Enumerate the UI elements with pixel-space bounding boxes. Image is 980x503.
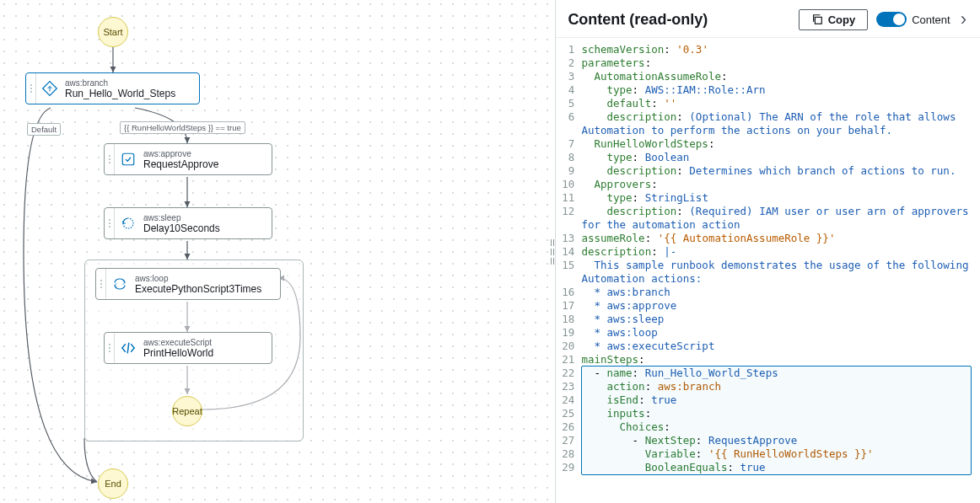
code-line: 17 * aws:approve [556, 299, 980, 313]
code-line: Automation actions: [556, 272, 980, 286]
code-line: 2parameters: [556, 56, 980, 70]
step-loop[interactable]: aws:loop ExecutePythonScript3Times [95, 268, 281, 300]
code-line: 7 RunHelloWorldSteps: [556, 137, 980, 151]
branch-icon [36, 73, 63, 104]
loop-icon [106, 269, 133, 299]
step-branch[interactable]: aws:branch Run_Hello_World_Steps [25, 72, 200, 104]
step-action-label: aws:loop [135, 274, 261, 283]
code-line: 14description: |- [556, 245, 980, 259]
code-line: 9 description: Determines which branch o… [556, 164, 980, 178]
content-toggle[interactable]: Content [876, 12, 950, 27]
code-line: 28 Variable: '{{ RunHelloWorldSteps }}' [556, 447, 980, 461]
step-action-label: aws:executeScript [143, 338, 213, 347]
collapse-panel-icon[interactable]: › [959, 8, 968, 30]
start-node[interactable]: Start [98, 17, 128, 47]
code-line: 18 * aws:sleep [556, 313, 980, 326]
code-line: 29 BooleanEquals: true [556, 461, 980, 474]
code-line: 12 description: (Required) IAM user or u… [556, 205, 980, 218]
step-action-label: aws:branch [65, 78, 175, 88]
code-line: 13assumeRole: '{{ AutomationAssumeRole }… [556, 232, 980, 245]
pane-splitter[interactable] [550, 0, 555, 503]
code-line: 10 Approvers: [556, 178, 980, 191]
code-line: 11 type: StringList [556, 191, 980, 205]
edge-label-default: Default [27, 123, 61, 136]
approve-icon [115, 144, 142, 174]
edge-label-condition: {{ RunHelloWorldSteps }} == true [120, 121, 245, 134]
code-line: 3 AutomationAssumeRole: [556, 70, 980, 83]
code-viewer[interactable]: 1schemaVersion: '0.3'2parameters:3 Autom… [556, 38, 980, 503]
splitter-handle-icon [551, 239, 554, 265]
code-line: 6 description: (Optional) The ARN of the… [556, 110, 980, 124]
step-sleep[interactable]: aws:sleep Delay10Seconds [104, 207, 272, 239]
svg-rect-6 [122, 153, 134, 165]
code-line: 24 isEnd: true [556, 393, 980, 407]
sleep-icon [115, 208, 142, 238]
step-name-label: RequestApprove [143, 158, 218, 170]
code-line: 27 - NextStep: RequestApprove [556, 434, 980, 447]
repeat-node[interactable]: Repeat [172, 396, 202, 426]
panel-title: Content (read-only) [568, 11, 789, 29]
code-line: 23 action: aws:branch [556, 380, 980, 393]
step-action-label: aws:sleep [143, 213, 220, 222]
code-line: 20 * aws:executeScript [556, 340, 980, 353]
code-line: 4 type: AWS::IAM::Role::Arn [556, 83, 980, 97]
diagram-canvas[interactable]: Start aws:branch Run_Hello_World_Steps D… [0, 0, 550, 503]
copy-button[interactable]: Copy [799, 9, 869, 30]
svg-rect-7 [815, 17, 821, 24]
code-line: 21mainSteps: [556, 353, 980, 367]
content-header: Content (read-only) Copy Content › [556, 0, 980, 38]
code-line: 25 inputs: [556, 407, 980, 420]
copy-icon [811, 13, 823, 25]
code-line: 19 * aws:loop [556, 326, 980, 340]
end-node[interactable]: End [98, 468, 128, 499]
step-action-label: aws:approve [143, 149, 218, 158]
code-line: for the automation action [556, 218, 980, 232]
step-script[interactable]: aws:executeScript PrintHelloWorld [104, 332, 272, 364]
step-name-label: ExecutePythonScript3Times [135, 283, 261, 295]
code-line: Automation to perform the actions on you… [556, 124, 980, 137]
step-name-label: Run_Hello_World_Steps [65, 88, 175, 99]
toggle-track [876, 12, 907, 27]
code-icon [115, 333, 142, 363]
code-line: 26 Choices: [556, 420, 980, 434]
step-name-label: Delay10Seconds [143, 222, 220, 234]
code-line: 1schemaVersion: '0.3' [556, 43, 980, 56]
step-name-label: PrintHelloWorld [143, 347, 213, 359]
code-line: 15 This sample runbook demonstrates the … [556, 259, 980, 272]
code-line: 16 * aws:branch [556, 286, 980, 299]
code-line: 8 type: Boolean [556, 151, 980, 164]
code-line: 5 default: '' [556, 97, 980, 110]
code-line: 22 - name: Run_Hello_World_Steps [556, 367, 980, 380]
step-approve[interactable]: aws:approve RequestApprove [104, 143, 272, 175]
toggle-label: Content [912, 13, 950, 26]
